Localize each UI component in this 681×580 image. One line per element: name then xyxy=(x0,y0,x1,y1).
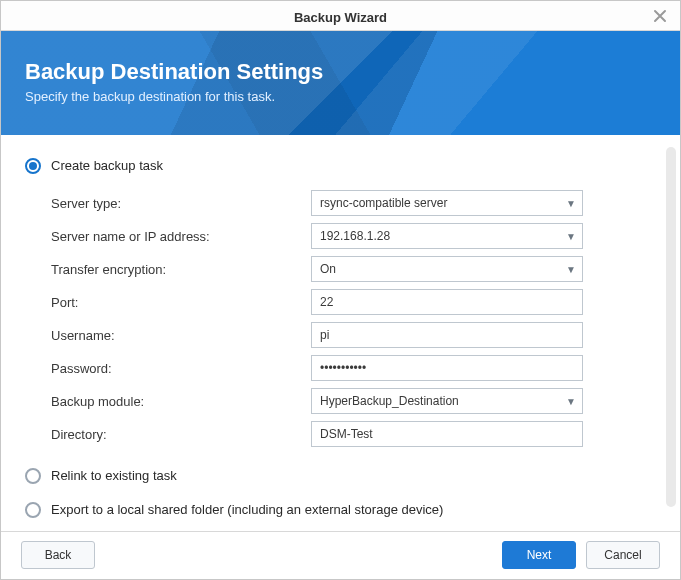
radio-icon xyxy=(25,468,41,484)
banner-heading: Backup Destination Settings xyxy=(25,59,656,85)
input-port[interactable] xyxy=(311,289,583,315)
input-directory[interactable] xyxy=(311,421,583,447)
row-server-addr: Server name or IP address: 192.168.1.28 … xyxy=(51,220,656,253)
close-icon xyxy=(653,9,667,23)
radio-export-task[interactable]: Export to a local shared folder (includi… xyxy=(25,497,656,523)
titlebar: Backup Wizard xyxy=(1,1,680,31)
backup-wizard-dialog: Backup Wizard Backup Destination Setting… xyxy=(0,0,681,580)
chevron-down-icon: ▼ xyxy=(566,198,576,209)
input-username[interactable] xyxy=(311,322,583,348)
row-directory: Directory: xyxy=(51,418,656,451)
label-module: Backup module: xyxy=(51,394,311,409)
radio-relink-label: Relink to existing task xyxy=(51,468,177,483)
label-server-type: Server type: xyxy=(51,196,311,211)
radio-create-task[interactable]: Create backup task xyxy=(25,153,656,179)
select-encryption[interactable]: On ▼ xyxy=(311,256,583,282)
input-password[interactable] xyxy=(311,355,583,381)
label-username: Username: xyxy=(51,328,311,343)
combo-server-addr[interactable]: 192.168.1.28 ▼ xyxy=(311,223,583,249)
select-server-type-value: rsync-compatible server xyxy=(320,196,447,210)
content-pane: Create backup task Server type: rsync-co… xyxy=(1,135,680,531)
next-button[interactable]: Next xyxy=(502,541,576,569)
close-button[interactable] xyxy=(648,6,672,30)
row-password: Password: xyxy=(51,352,656,385)
radio-icon xyxy=(25,158,41,174)
chevron-down-icon: ▼ xyxy=(566,396,576,407)
label-password: Password: xyxy=(51,361,311,376)
back-button[interactable]: Back xyxy=(21,541,95,569)
secondary-options: Relink to existing task Export to a loca… xyxy=(25,463,656,523)
row-port: Port: xyxy=(51,286,656,319)
select-module-value: HyperBackup_Destination xyxy=(320,394,459,408)
chevron-down-icon: ▼ xyxy=(566,231,576,242)
select-server-type[interactable]: rsync-compatible server ▼ xyxy=(311,190,583,216)
banner-subheading: Specify the backup destination for this … xyxy=(25,89,656,104)
combo-server-addr-value: 192.168.1.28 xyxy=(320,229,390,243)
radio-icon xyxy=(25,502,41,518)
footer: Back Next Cancel xyxy=(1,531,680,580)
select-module[interactable]: HyperBackup_Destination ▼ xyxy=(311,388,583,414)
label-port: Port: xyxy=(51,295,311,310)
row-username: Username: xyxy=(51,319,656,352)
row-module: Backup module: HyperBackup_Destination ▼ xyxy=(51,385,656,418)
scrollbar[interactable] xyxy=(666,147,676,507)
row-encryption: Transfer encryption: On ▼ xyxy=(51,253,656,286)
radio-export-label: Export to a local shared folder (includi… xyxy=(51,502,443,517)
banner: Backup Destination Settings Specify the … xyxy=(1,31,680,135)
radio-relink-task[interactable]: Relink to existing task xyxy=(25,463,656,489)
select-encryption-value: On xyxy=(320,262,336,276)
radio-create-label: Create backup task xyxy=(51,158,163,173)
label-server-addr: Server name or IP address: xyxy=(51,229,311,244)
chevron-down-icon: ▼ xyxy=(566,264,576,275)
row-server-type: Server type: rsync-compatible server ▼ xyxy=(51,187,656,220)
create-task-form: Server type: rsync-compatible server ▼ S… xyxy=(51,187,656,451)
label-directory: Directory: xyxy=(51,427,311,442)
cancel-button[interactable]: Cancel xyxy=(586,541,660,569)
label-encryption: Transfer encryption: xyxy=(51,262,311,277)
